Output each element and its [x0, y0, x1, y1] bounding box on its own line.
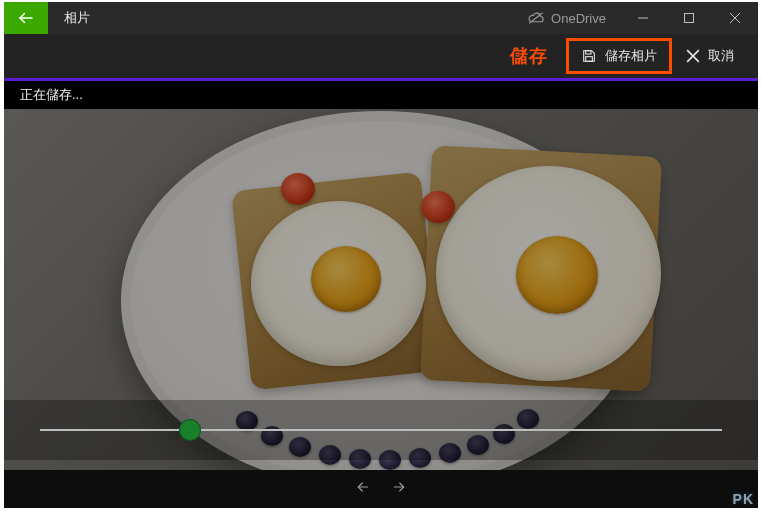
titlebar: 相片 OneDrive [4, 2, 758, 34]
saving-status-text: 正在儲存... [20, 86, 83, 104]
timeline-track[interactable] [40, 429, 722, 431]
toolbar: 儲存 儲存相片 取消 [4, 34, 758, 78]
timeline-band [4, 400, 758, 460]
minimize-icon [637, 12, 649, 24]
close-window-button[interactable] [712, 2, 758, 34]
x-icon [686, 49, 700, 63]
status-bar: 正在儲存... [4, 81, 758, 109]
save-photo-button[interactable]: 儲存相片 [566, 38, 672, 74]
onedrive-label: OneDrive [551, 11, 606, 26]
save-icon [581, 48, 597, 64]
svg-rect-7 [586, 57, 593, 62]
app-window: 相片 OneDrive 儲存 儲存相片 取消 正在儲存... [4, 2, 758, 508]
arrow-left-icon [17, 9, 35, 27]
maximize-icon [683, 12, 695, 24]
frame-nav [4, 470, 758, 508]
svg-rect-6 [586, 51, 591, 54]
back-button[interactable] [4, 2, 48, 34]
cancel-button[interactable]: 取消 [682, 41, 738, 71]
cloud-disabled-icon [527, 11, 545, 25]
onedrive-status[interactable]: OneDrive [513, 2, 620, 34]
annotation-save: 儲存 [510, 44, 548, 68]
photo-canvas [4, 109, 758, 508]
minimize-button[interactable] [620, 2, 666, 34]
timeline-handle[interactable] [179, 419, 201, 441]
app-title: 相片 [48, 2, 106, 34]
watermark: PK [733, 491, 754, 507]
arrow-right-small-icon [390, 479, 408, 495]
maximize-button[interactable] [666, 2, 712, 34]
next-frame-button[interactable] [390, 479, 408, 499]
close-icon [729, 12, 741, 24]
save-photo-label: 儲存相片 [605, 47, 657, 65]
arrow-left-small-icon [354, 479, 372, 495]
svg-rect-3 [685, 14, 694, 23]
cancel-label: 取消 [708, 47, 734, 65]
prev-frame-button[interactable] [354, 479, 372, 499]
